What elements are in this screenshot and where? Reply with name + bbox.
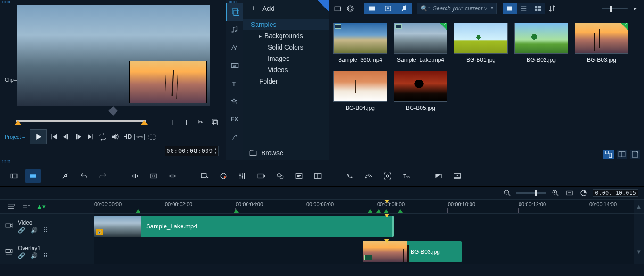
library-item[interactable]: Sample_360.mp4: [331, 21, 389, 67]
view-list-button[interactable]: [517, 3, 531, 14]
sidebar-sound[interactable]: [226, 21, 243, 39]
pin-ribbon[interactable]: [317, 0, 329, 11]
preview-timecode[interactable]: 00:00:08:009 ▲▼: [165, 146, 219, 156]
multi-cam-button[interactable]: [272, 169, 288, 183]
clip-video-main[interactable]: Sample_Lake.mp4 🔊: [94, 216, 394, 237]
loop-button[interactable]: [98, 132, 108, 142]
sidebar-graphics[interactable]: [226, 92, 243, 110]
stretch-tool-button[interactable]: [165, 169, 180, 183]
record-screen-button[interactable]: [450, 169, 465, 183]
go-start-button[interactable]: [49, 132, 59, 142]
motion-tracking-button[interactable]: [342, 169, 357, 183]
panel-grip-library[interactable]: ⠿⠿⠿: [226, 0, 237, 5]
sort-button[interactable]: [547, 3, 557, 14]
timecode-down[interactable]: ▼: [214, 151, 217, 154]
mark-out-bracket[interactable]: ]: [181, 117, 191, 127]
view-thumbnails-button[interactable]: [503, 3, 517, 14]
split-screen-button[interactable]: [310, 169, 325, 183]
cue-marker[interactable]: [376, 209, 381, 213]
cue-marker[interactable]: [234, 209, 239, 213]
library-item[interactable]: BG-B05.jpg: [391, 69, 450, 115]
mask-creator-button[interactable]: [216, 169, 231, 183]
sidebar-transitions[interactable]: [226, 39, 243, 57]
play-button[interactable]: [30, 129, 47, 144]
clip-trim-handle[interactable]: [392, 216, 394, 237]
view-grid-button[interactable]: [531, 3, 545, 14]
zoom-out-button[interactable]: [502, 188, 512, 198]
library-item[interactable]: BG-B04.jpg: [331, 69, 389, 115]
panel-layout-a[interactable]: [603, 150, 614, 159]
track-mute-icon[interactable]: 🔊: [31, 227, 38, 234]
fit-project-button[interactable]: [146, 169, 161, 183]
import-button[interactable]: [333, 3, 343, 14]
tree-videos[interactable]: Videos: [243, 64, 329, 75]
browse-button[interactable]: Browse: [243, 145, 329, 160]
mark-out-handle[interactable]: [141, 120, 148, 125]
scroll-up-button[interactable]: ▲: [634, 200, 644, 213]
show-all-tracks-button[interactable]: +: [21, 201, 31, 212]
sidebar-paths[interactable]: [226, 128, 243, 146]
time-remap-button[interactable]: [361, 169, 376, 183]
track-options-button[interactable]: +: [6, 201, 16, 212]
chapter-marker[interactable]: [108, 106, 118, 116]
timecode-up[interactable]: ▲: [214, 148, 217, 151]
track-fx-icon[interactable]: ⠿: [43, 252, 48, 259]
face-detect-button[interactable]: [380, 169, 395, 183]
filter-video[interactable]: [364, 3, 380, 14]
tree-solid-colors[interactable]: Solid Colors: [243, 42, 329, 53]
library-item[interactable]: Sample_Lake.mp4: [391, 21, 450, 67]
tree-folder[interactable]: Folder: [243, 75, 329, 87]
snapshot-button[interactable]: [209, 117, 220, 127]
prev-frame-button[interactable]: [61, 132, 71, 142]
scroll-down-button[interactable]: ▼: [634, 239, 644, 264]
track-mute-icon[interactable]: 🔊: [31, 252, 38, 259]
panel-grip-timeline[interactable]: ⠿⠿⠿: [0, 160, 644, 165]
search-clear-icon[interactable]: ×: [490, 5, 494, 11]
library-item[interactable]: BG-B03.jpg: [572, 21, 631, 67]
cue-marker[interactable]: [384, 209, 388, 213]
capture-button[interactable]: [345, 3, 355, 14]
thumb-size-slider[interactable]: [602, 8, 628, 9]
panel-grip-preview[interactable]: ⠿⠿⠿: [0, 0, 226, 5]
add-button-label[interactable]: Add: [262, 4, 275, 12]
cue-marker[interactable]: [136, 209, 140, 213]
panel-layout-b[interactable]: [617, 150, 627, 159]
project-duration[interactable]: 0:00: 10:015: [593, 189, 638, 197]
tree-backgrounds[interactable]: ▸Backgrounds: [243, 30, 329, 42]
thumb-size-reset[interactable]: ▸: [630, 3, 640, 14]
audio-mixer-button[interactable]: [235, 169, 250, 183]
clip-overlay-main[interactable]: BG-B03.jpg: [363, 241, 462, 262]
cue-marker[interactable]: [368, 209, 372, 213]
go-end-button[interactable]: [85, 132, 96, 142]
track-fx-icon[interactable]: ⠿: [43, 227, 48, 234]
sidebar-media[interactable]: [226, 3, 243, 21]
slip-tool-button[interactable]: [127, 169, 142, 183]
enlarge-preview-button[interactable]: [147, 132, 157, 142]
library-item[interactable]: BG-B02.jpg: [512, 21, 570, 67]
pan-zoom-button[interactable]: [197, 169, 212, 183]
undo-button[interactable]: [76, 169, 91, 183]
3d-title-button[interactable]: T3D: [399, 169, 414, 183]
next-frame-button[interactable]: [73, 132, 83, 142]
sidebar-fx[interactable]: FX: [226, 110, 243, 128]
tree-samples[interactable]: Samples: [243, 19, 329, 30]
filter-audio[interactable]: [396, 3, 412, 14]
volume-button[interactable]: [110, 132, 120, 142]
aspect-ratio-selector[interactable]: 16:9: [134, 134, 145, 140]
storyboard-view-button[interactable]: [7, 169, 22, 183]
hd-toggle[interactable]: HD: [122, 132, 132, 142]
mode-clip-label[interactable]: Clip: [5, 77, 14, 83]
add-button-icon[interactable]: ＋: [249, 4, 257, 13]
library-item[interactable]: BG-B01.jpg: [452, 21, 510, 67]
auto-music-button[interactable]: [254, 169, 269, 183]
preview-scrub-track[interactable]: [16, 120, 146, 122]
redo-button[interactable]: [95, 169, 110, 183]
filter-photo[interactable]: [380, 3, 396, 14]
subtitle-editor-button[interactable]: [291, 169, 306, 183]
timeline-zoom-slider[interactable]: [516, 192, 546, 194]
timeline-view-button[interactable]: [25, 169, 41, 183]
search-input[interactable]: 🔍⁺ Search your current v ×: [417, 3, 497, 14]
track-link-icon[interactable]: 🔗: [18, 227, 25, 234]
zoom-in-button[interactable]: [550, 188, 561, 198]
cue-marker[interactable]: [398, 209, 403, 213]
